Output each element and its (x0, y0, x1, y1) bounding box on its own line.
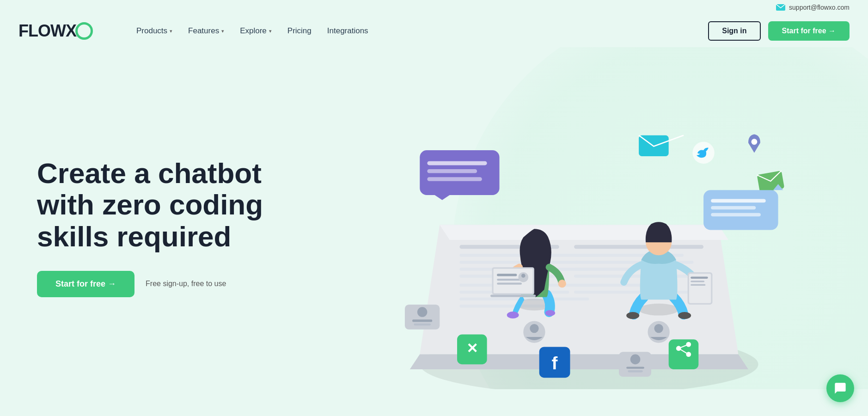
svg-rect-47 (691, 284, 705, 286)
start-free-button-hero[interactable]: Start for free → (37, 271, 134, 297)
start-free-button-nav[interactable]: Start for free → (768, 21, 850, 41)
chat-icon (834, 382, 847, 395)
features-chevron: ▾ (221, 28, 224, 34)
svg-text:✕: ✕ (466, 341, 478, 356)
nav-link-explore[interactable]: Explore ▾ (233, 23, 278, 39)
signin-button[interactable]: Sign in (708, 21, 760, 41)
svg-point-61 (630, 355, 641, 365)
svg-marker-4 (440, 225, 728, 240)
svg-rect-76 (711, 206, 756, 210)
logo[interactable]: FLOWX (18, 21, 93, 41)
support-email[interactable]: support@flowxo.com (776, 4, 850, 11)
svg-rect-64 (669, 339, 699, 369)
svg-point-65 (676, 346, 681, 351)
svg-rect-7 (459, 261, 579, 263)
svg-rect-54 (412, 319, 432, 322)
svg-rect-38 (490, 294, 536, 297)
svg-rect-55 (414, 324, 431, 325)
svg-rect-73 (427, 177, 482, 181)
svg-point-41 (678, 312, 691, 319)
hero-subtext: Free sign-up, free to use (146, 280, 226, 288)
svg-point-66 (686, 342, 691, 347)
svg-rect-75 (711, 199, 765, 203)
email-icon (776, 4, 785, 11)
hero-cta: Start for free → Free sign-up, free to u… (37, 271, 277, 297)
svg-rect-33 (497, 274, 517, 276)
chat-fab-button[interactable] (826, 374, 854, 402)
svg-point-39 (639, 304, 679, 316)
svg-rect-32 (494, 269, 533, 293)
svg-point-67 (686, 352, 691, 357)
svg-point-53 (417, 307, 428, 317)
svg-rect-74 (703, 190, 778, 230)
nav-item-features[interactable]: Features ▾ (182, 23, 231, 39)
svg-point-27 (545, 310, 556, 316)
nav-link-products[interactable]: Products ▾ (130, 23, 179, 39)
hero-illustration: ✕ f (277, 66, 831, 389)
svg-rect-46 (691, 281, 704, 282)
svg-point-50 (751, 139, 757, 145)
logo-circle-o (75, 22, 93, 40)
svg-rect-77 (711, 213, 761, 217)
hero-headline: Create a chatbot with zero coding skills… (37, 158, 277, 252)
svg-rect-35 (497, 283, 522, 285)
svg-rect-18 (574, 275, 698, 277)
nav-center: Products ▾ Features ▾ Explore ▾ Pricing (93, 23, 708, 39)
svg-rect-71 (427, 161, 487, 165)
svg-point-24 (654, 324, 663, 333)
svg-rect-62 (626, 367, 644, 369)
explore-chevron: ▾ (269, 28, 272, 34)
email-text: support@flowxo.com (789, 4, 850, 11)
nav-links: Products ▾ Features ▾ Explore ▾ Pricing (130, 23, 375, 39)
nav-item-products[interactable]: Products ▾ (130, 23, 179, 39)
nav-item-explore[interactable]: Explore ▾ (233, 23, 278, 39)
svg-point-40 (626, 312, 639, 319)
navbar: FLOWX Products ▾ Features ▾ Explore ▾ (0, 15, 868, 47)
svg-rect-45 (691, 277, 708, 279)
svg-point-37 (521, 274, 526, 278)
top-bar: support@flowxo.com (0, 0, 868, 15)
svg-rect-14 (574, 245, 703, 249)
nav-link-features[interactable]: Features ▾ (182, 23, 231, 39)
svg-text:f: f (552, 353, 558, 373)
svg-point-22 (530, 324, 538, 333)
nav-link-pricing[interactable]: Pricing (281, 23, 318, 39)
nav-item-pricing[interactable]: Pricing (281, 23, 318, 39)
hero-section: Create a chatbot with zero coding skills… (0, 47, 868, 389)
svg-point-26 (507, 312, 519, 318)
svg-rect-63 (628, 370, 642, 372)
nav-actions: Sign in Start for free → (708, 21, 850, 41)
logo-text: FLOWX (18, 21, 76, 41)
hero-svg: ✕ f (277, 66, 831, 389)
nav-item-integrations[interactable]: Integrations (321, 23, 375, 39)
svg-point-30 (558, 280, 566, 288)
svg-rect-72 (427, 169, 477, 173)
nav-link-integrations[interactable]: Integrations (321, 23, 375, 39)
hero-left: Create a chatbot with zero coding skills… (37, 158, 277, 297)
products-chevron: ▾ (170, 28, 172, 34)
